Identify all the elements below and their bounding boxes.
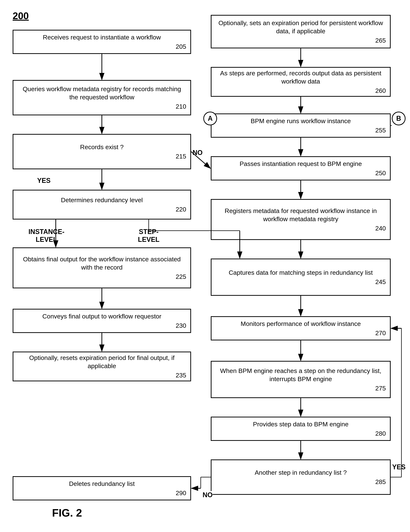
box-280: Provides step data to BPM engine 280 — [211, 417, 391, 441]
box-240: Registers metadata for requested workflo… — [211, 199, 391, 240]
box-250: Passes instantiation request to BPM engi… — [211, 156, 391, 180]
box-265: Optionally, sets an expiration period fo… — [211, 15, 391, 48]
box-255: BPM engine runs workflow instance 255 — [211, 114, 391, 138]
circle-a: A — [203, 112, 217, 125]
fig-label: FIG. 2 — [52, 506, 82, 519]
step-level-label: STEP- LEVEL — [126, 228, 171, 244]
instance-level-label: INSTANCE- LEVEL — [17, 228, 76, 244]
box-205: Receives request to instantiate a workfl… — [13, 30, 191, 54]
yes-label-215: YES — [37, 177, 51, 185]
no-label-215: NO — [192, 149, 203, 157]
box-210: Queries workflow metadata registry for r… — [13, 80, 191, 115]
no-label-285: NO — [203, 491, 213, 499]
box-275: When BPM engine reaches a step on the re… — [211, 361, 391, 398]
diagram-title: 200 — [13, 10, 29, 21]
box-220: Determines redundancy level 220 — [13, 190, 191, 219]
box-235: Optionally, resets expiration period for… — [13, 352, 191, 381]
box-270: Monitors performance of workflow instanc… — [211, 316, 391, 340]
box-260: As steps are performed, records output d… — [211, 67, 391, 97]
box-230: Conveys final output to workflow request… — [13, 309, 191, 333]
box-225: Obtains final output for the workflow in… — [13, 247, 191, 288]
box-245: Captures data for matching steps in redu… — [211, 258, 391, 296]
page: 200 Receives request to instantiate a wo… — [0, 0, 410, 532]
box-285: Another step in redundancy list ? 285 — [211, 459, 391, 495]
box-290: Deletes redundancy list 290 — [13, 476, 191, 500]
yes-label-285: YES — [392, 463, 406, 471]
box-215: Records exist ? 215 — [13, 134, 191, 169]
circle-b: B — [392, 112, 406, 125]
